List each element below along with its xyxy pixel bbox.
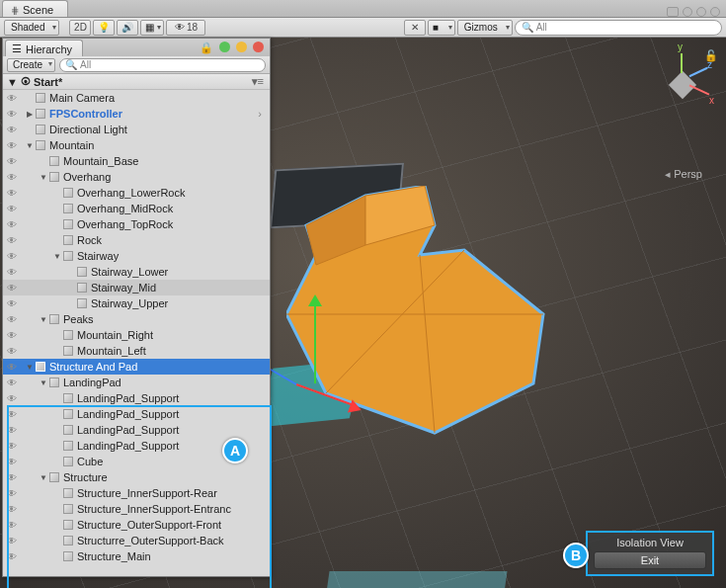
collapse-arrow-icon[interactable]: ▼ xyxy=(39,315,48,324)
callout-marker-a: A xyxy=(222,438,248,463)
visibility-toggle[interactable]: 👁 xyxy=(7,441,21,452)
effects-dropdown[interactable]: ▦ xyxy=(140,20,164,36)
collapse-arrow-icon[interactable]: ▼ xyxy=(52,252,62,261)
hierarchy-row[interactable]: 👁▶FPSController› xyxy=(3,106,270,122)
hierarchy-item-label: Stairway_Mid xyxy=(91,282,156,294)
visibility-toggle[interactable]: 👁 xyxy=(7,314,21,325)
visibility-toggle[interactable]: 👁 xyxy=(7,251,21,262)
visibility-toggle[interactable]: 👁 xyxy=(7,156,21,167)
gizmos-dropdown[interactable]: Gizmos xyxy=(457,20,513,36)
hierarchy-row[interactable]: 👁Mountain_Base xyxy=(3,153,270,169)
hierarchy-row[interactable]: 👁▼Mountain xyxy=(3,137,270,153)
hierarchy-row[interactable]: 👁▼Structure xyxy=(3,469,270,485)
hierarchy-row[interactable]: 👁Mountain_Right xyxy=(3,327,270,343)
visibility-toggle[interactable]: 👁 xyxy=(7,409,21,420)
visibility-toggle[interactable]: 👁 xyxy=(7,393,21,404)
hierarchy-create-dropdown[interactable]: Create xyxy=(7,58,55,72)
hierarchy-row[interactable]: 👁Stairway_Lower xyxy=(3,264,270,280)
hierarchy-row[interactable]: 👁LandingPad_Support xyxy=(3,390,270,406)
visibility-toggle[interactable]: 👁 xyxy=(7,298,21,309)
visibility-toggle[interactable]: 👁 xyxy=(7,425,21,436)
visibility-toggle[interactable]: 👁 xyxy=(7,362,21,373)
scene-root-row[interactable]: ▼ ⦿ Start* ▾≡ xyxy=(3,74,270,90)
visibility-toggle[interactable]: 👁 xyxy=(7,267,21,278)
hierarchy-row[interactable]: 👁Stairway_Upper xyxy=(3,295,270,311)
audio-toggle[interactable]: 🔊 xyxy=(117,20,138,36)
panel-menu-icon[interactable] xyxy=(667,7,679,17)
visibility-toggle[interactable]: 👁 xyxy=(7,109,21,120)
gizmo-y-axis[interactable] xyxy=(314,304,316,383)
hierarchy-search-input[interactable]: 🔍 All xyxy=(59,58,266,72)
collapse-arrow-icon[interactable]: ▼ xyxy=(25,141,35,150)
visibility-toggle[interactable]: 👁 xyxy=(7,330,21,341)
scene-search-input[interactable]: 🔍 All xyxy=(515,20,722,36)
hierarchy-row[interactable]: 👁▼Stairway xyxy=(3,248,270,264)
hierarchy-row[interactable]: 👁▼Structure And Pad xyxy=(3,359,270,375)
mode-2d-button[interactable]: 2D xyxy=(69,20,91,36)
hierarchy-row[interactable]: 👁LandingPad_Support xyxy=(3,422,270,438)
window-maximize-button[interactable] xyxy=(696,7,706,17)
hierarchy-row[interactable]: 👁Overhang_LowerRock xyxy=(3,185,270,201)
isolation-exit-button[interactable]: Exit xyxy=(594,551,706,569)
hierarchy-row[interactable]: 👁Structure_InnerSupport-Entranc xyxy=(3,501,270,517)
scene-tab[interactable]: ⋕ Scene xyxy=(2,0,68,17)
hierarchy-row[interactable]: 👁LandingPad_Support xyxy=(3,406,270,422)
visibility-toggle[interactable]: 👁 xyxy=(7,520,21,531)
visibility-toggle[interactable]: 👁 xyxy=(7,188,21,199)
hierarchy-row[interactable]: 👁Overhang_TopRock xyxy=(3,216,270,232)
hierarchy-item-label: Structure_InnerSupport-Entranc xyxy=(77,503,231,515)
orientation-gizmo[interactable]: y x z xyxy=(653,55,708,111)
visibility-toggle[interactable]: 👁 xyxy=(7,346,21,357)
hierarchy-row[interactable]: 👁Structurre_OuterSupport-Back xyxy=(3,533,270,548)
hierarchy-row[interactable]: 👁▼Peaks xyxy=(3,311,270,327)
visibility-toggle[interactable]: 👁 xyxy=(7,504,21,515)
hierarchy-row[interactable]: 👁Overhang_MidRock xyxy=(3,201,270,216)
projection-label[interactable]: Persp xyxy=(665,168,702,181)
traffic-yellow[interactable] xyxy=(236,42,247,52)
visibility-toggle[interactable]: 👁 xyxy=(7,93,21,104)
hierarchy-row[interactable]: 👁Stairway_Mid xyxy=(3,280,270,295)
hierarchy-row[interactable]: 👁Directional Light xyxy=(3,122,270,137)
collapse-arrow-icon[interactable]: ▼ xyxy=(39,378,48,387)
hierarchy-row[interactable]: 👁▼Overhang xyxy=(3,169,270,185)
traffic-red[interactable] xyxy=(253,42,264,52)
visibility-toggle[interactable]: 👁 xyxy=(7,204,21,214)
expand-arrow-icon[interactable]: ▶ xyxy=(25,110,35,119)
window-close-button[interactable] xyxy=(710,7,720,17)
hierarchy-row[interactable]: 👁Structure_InnerSupport-Rear xyxy=(3,485,270,501)
lock-icon[interactable]: 🔒 xyxy=(200,42,213,54)
hierarchy-row[interactable]: 👁Structure_Main xyxy=(3,548,270,564)
expand-arrow-icon[interactable]: ▼ xyxy=(7,76,18,88)
hierarchy-row[interactable]: 👁Rock xyxy=(3,232,270,248)
shading-dropdown[interactable]: Shaded xyxy=(4,20,59,36)
visibility-toggle[interactable]: 👁 xyxy=(7,172,21,183)
visibility-toggle[interactable]: 👁 xyxy=(7,283,21,294)
hidden-objects-toggle[interactable]: 👁18 xyxy=(166,20,205,36)
hierarchy-row[interactable]: 👁▼LandingPad xyxy=(3,375,270,390)
hierarchy-row[interactable]: 👁Mountain_Left xyxy=(3,343,270,359)
visibility-toggle[interactable]: 👁 xyxy=(7,378,21,388)
collapse-arrow-icon[interactable]: ▼ xyxy=(25,363,35,372)
scene-menu-icon[interactable]: ▾≡ xyxy=(252,75,264,88)
window-minimize-button[interactable] xyxy=(683,7,692,17)
visibility-toggle[interactable]: 👁 xyxy=(7,457,21,467)
visibility-toggle[interactable]: 👁 xyxy=(7,140,21,151)
lighting-toggle[interactable]: 💡 xyxy=(93,20,115,36)
camera-dropdown[interactable]: ■ xyxy=(428,20,455,36)
hierarchy-row[interactable]: 👁Structure_OuterSupport-Front xyxy=(3,517,270,533)
visibility-toggle[interactable]: 👁 xyxy=(7,536,21,546)
visibility-toggle[interactable]: 👁 xyxy=(7,488,21,499)
gameobject-icon xyxy=(62,503,74,515)
visibility-toggle[interactable]: 👁 xyxy=(7,472,21,483)
hierarchy-row[interactable]: 👁Main Camera xyxy=(3,90,270,106)
visibility-toggle[interactable]: 👁 xyxy=(7,235,21,246)
visibility-toggle[interactable]: 👁 xyxy=(7,551,21,562)
tools-button[interactable]: ✕ xyxy=(404,20,426,36)
collapse-arrow-icon[interactable]: ▼ xyxy=(39,473,48,482)
traffic-green[interactable] xyxy=(219,42,230,52)
collapse-arrow-icon[interactable]: ▼ xyxy=(39,173,48,182)
visibility-toggle[interactable]: 👁 xyxy=(7,125,21,135)
hierarchy-tab[interactable]: ☰ Hierarchy xyxy=(5,40,83,56)
visibility-toggle[interactable]: 👁 xyxy=(7,219,21,230)
hierarchy-item-label: LandingPad_Support xyxy=(77,408,179,420)
